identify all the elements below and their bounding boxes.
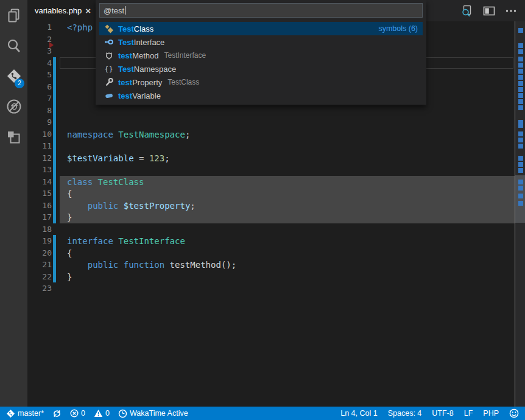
line-number[interactable]: 20: [27, 247, 52, 259]
line-number[interactable]: 18: [27, 223, 52, 236]
error-icon: [70, 409, 79, 418]
code-text: {: [67, 187, 72, 200]
ruler-modified-mark: [518, 162, 523, 167]
symbol-label: testVariable: [118, 91, 161, 100]
debug-icon: [5, 98, 23, 115]
line-number[interactable]: 15: [27, 187, 52, 200]
status-indentation[interactable]: Spaces: 4: [388, 409, 422, 418]
line-number[interactable]: 17: [27, 211, 52, 223]
line-number[interactable]: 11: [27, 140, 52, 152]
interface-icon: [104, 37, 114, 47]
status-sync[interactable]: [52, 409, 62, 418]
line-number[interactable]: 3: [27, 45, 52, 57]
tab-variables-php[interactable]: variables.php ×: [27, 0, 96, 21]
smiley-icon: [509, 408, 519, 418]
status-label: Spaces: 4: [388, 409, 422, 418]
editor-line-23: 23: [27, 282, 515, 295]
status-encoding[interactable]: UTF-8: [432, 409, 453, 418]
ruler-modified-mark: [518, 81, 523, 86]
quick-open-item-TestClass[interactable]: TestClasssymbols (6): [99, 22, 423, 35]
status-language-mode[interactable]: PHP: [483, 409, 499, 418]
ruler-modified-mark: [518, 105, 523, 110]
ruler-modified-mark: [518, 180, 523, 184]
line-number[interactable]: 9: [27, 116, 52, 128]
split-editor-button[interactable]: [481, 3, 497, 19]
class-icon: [104, 24, 114, 33]
line-number[interactable]: 5: [27, 69, 52, 81]
close-icon[interactable]: ×: [85, 6, 91, 15]
overview-ruler[interactable]: [515, 21, 525, 407]
ruler-modified-mark: [518, 144, 523, 149]
line-number[interactable]: 2: [27, 33, 52, 46]
extensions-icon: [5, 129, 22, 145]
quick-open-item-testVariable[interactable]: testVariable: [99, 89, 423, 102]
symbol-label: TestInterface: [118, 38, 164, 47]
line-number[interactable]: 23: [27, 282, 52, 295]
editor-line-19: 19interface TestInterface: [27, 235, 515, 247]
code-text: $testVariable = 123;: [67, 152, 170, 164]
status-wakatime[interactable]: WakaTime Active: [118, 409, 188, 418]
line-number[interactable]: 4: [27, 57, 52, 69]
ruler-modified-mark: [518, 138, 523, 142]
editor-line-20: 20{: [27, 247, 515, 259]
activity-bar-item-search[interactable]: [0, 30, 27, 61]
line-number[interactable]: 22: [27, 271, 52, 283]
status-git-branch[interactable]: master*: [6, 409, 44, 418]
editor-line-11: 11: [27, 140, 515, 152]
ruler-modified-mark: [518, 194, 523, 198]
line-number[interactable]: 14: [27, 176, 52, 188]
line-number[interactable]: 7: [27, 93, 52, 105]
activity-bar-item-debug[interactable]: [0, 91, 27, 122]
quick-open-item-TestNamespace[interactable]: {}TestNamespace: [99, 62, 423, 75]
split-editor-icon: [483, 5, 495, 16]
code-text: interface TestInterface: [67, 235, 185, 247]
code-text: }: [67, 271, 72, 283]
line-number[interactable]: 21: [27, 259, 52, 271]
editor-line-9: 9: [27, 116, 515, 128]
activity-bar-item-explorer[interactable]: [0, 0, 27, 30]
editor-line-18: 18: [27, 223, 515, 236]
status-bar-right: Ln 4, Col 1Spaces: 4UTF-8LFPHP: [340, 408, 519, 418]
activity-bar-item-source-control[interactable]: 2: [0, 61, 27, 91]
ruler-modified-mark: [518, 69, 523, 74]
line-number[interactable]: 10: [27, 128, 52, 141]
line-number[interactable]: 13: [27, 164, 52, 176]
status-label: 0: [81, 409, 85, 418]
symbol-label: testMethod: [118, 51, 159, 60]
status-eol[interactable]: LF: [464, 409, 473, 418]
more-actions-button[interactable]: [503, 3, 519, 19]
quick-open-item-testProperty[interactable]: testPropertyTestClass: [99, 75, 423, 89]
line-number[interactable]: 8: [27, 105, 52, 117]
line-number[interactable]: 19: [27, 235, 52, 247]
line-number[interactable]: 12: [27, 152, 52, 164]
clock-icon: [118, 409, 127, 418]
status-warnings[interactable]: 0: [94, 409, 110, 418]
ruler-modified-mark: [518, 28, 523, 33]
line-number[interactable]: 6: [27, 81, 52, 93]
status-errors[interactable]: 0: [70, 409, 85, 418]
ruler-modified-mark: [518, 131, 523, 136]
text-caret: [125, 6, 125, 15]
line-number[interactable]: 1: [27, 21, 52, 33]
code-text: public $testProperty;: [67, 200, 196, 212]
variable-icon: [104, 91, 114, 100]
editor-line-22: 22}: [27, 271, 515, 283]
line-number[interactable]: 16: [27, 200, 52, 212]
tab-label: variables.php: [35, 6, 82, 15]
quick-open-input[interactable]: @test: [99, 3, 423, 18]
status-label: 0: [105, 409, 110, 418]
find-icon: [460, 5, 474, 17]
status-feedback[interactable]: [509, 408, 519, 418]
editor-line-13: 13: [27, 164, 515, 176]
quick-open-item-testMethod[interactable]: testMethodTestInterface: [99, 49, 423, 62]
code-text: {: [67, 247, 72, 259]
ruler-modified-mark: [518, 75, 523, 80]
find-button[interactable]: [459, 3, 475, 19]
status-label: WakaTime Active: [130, 409, 188, 418]
method-icon: [104, 51, 114, 60]
scm-badge: 2: [15, 79, 24, 88]
status-cursor-position[interactable]: Ln 4, Col 1: [340, 409, 377, 418]
activity-bar-item-extensions[interactable]: [0, 122, 27, 152]
symbols-count-badge: symbols (6): [378, 24, 418, 33]
quick-open-item-TestInterface[interactable]: TestInterface: [99, 35, 423, 49]
